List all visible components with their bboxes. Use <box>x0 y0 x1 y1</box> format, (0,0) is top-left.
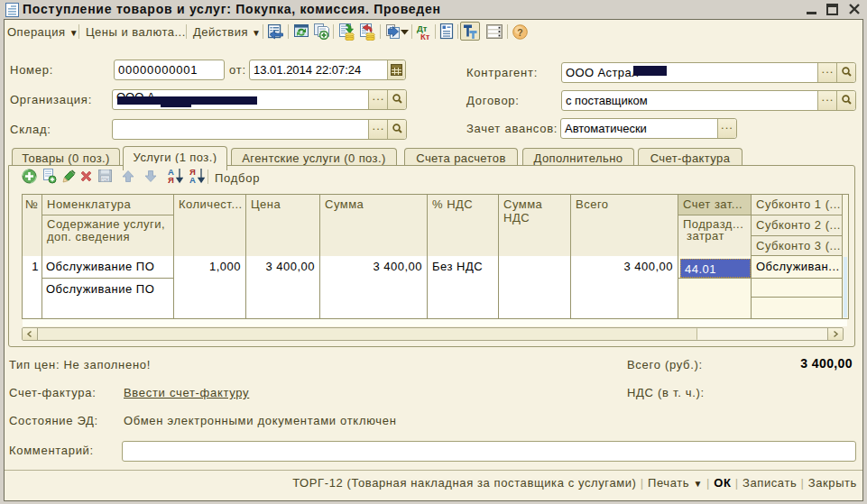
svg-text:ГОК: ГОК <box>101 178 109 182</box>
svg-text:Я: Я <box>168 175 174 184</box>
svg-text:?: ? <box>517 27 522 38</box>
svg-text:А: А <box>189 175 196 184</box>
